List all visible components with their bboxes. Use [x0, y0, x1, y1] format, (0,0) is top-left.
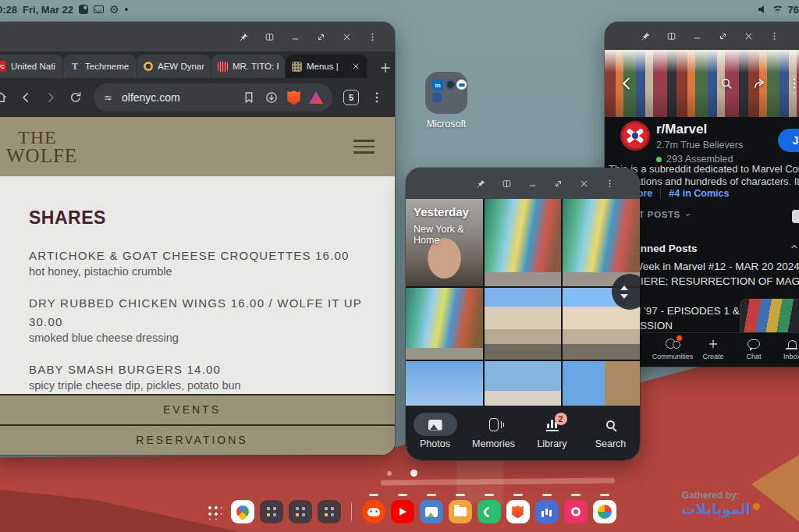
plus-icon: [707, 338, 719, 350]
nav-inbox[interactable]: Inbox: [769, 337, 799, 360]
photo-tile-mural[interactable]: [485, 199, 562, 286]
home-icon[interactable]: [0, 90, 8, 105]
bell-icon: [788, 340, 797, 348]
running-indicator: [513, 494, 523, 496]
more-icon[interactable]: [769, 31, 779, 41]
maximize-icon[interactable]: [553, 179, 563, 189]
bookmark-icon[interactable]: [242, 90, 256, 105]
gallery-app[interactable]: [420, 500, 443, 523]
events-button[interactable]: EVENTS: [0, 394, 395, 424]
menu-item-name: ARTICHOKE & GOAT CHEESE CROQUETTES 16.00: [29, 246, 364, 264]
nav-photos[interactable]: Photos: [406, 406, 464, 460]
notification-badge: [676, 335, 682, 341]
menu-item-desc: spicy triple cheese dip, pickles, potato…: [29, 379, 364, 392]
browser-window-titlebar[interactable]: [0, 22, 395, 51]
nav-search[interactable]: Search: [581, 406, 640, 460]
tab-close-icon[interactable]: [351, 62, 360, 71]
overflow-menu-icon[interactable]: [787, 76, 799, 90]
app-drawer-button[interactable]: [202, 500, 225, 523]
tab-menus-active[interactable]: Menus |: [286, 55, 367, 78]
maximize-icon[interactable]: [718, 31, 728, 41]
reddit-window-titlebar[interactable]: [605, 22, 799, 50]
app-folder[interactable]: [318, 500, 341, 523]
chevron-up-icon[interactable]: [789, 241, 799, 252]
close-icon[interactable]: [744, 31, 754, 41]
youtube-icon: [400, 508, 407, 516]
folder-mini-icons: [294, 505, 307, 518]
new-tab-icon[interactable]: [378, 61, 392, 75]
nav-memories[interactable]: Memories: [464, 406, 523, 460]
app-folder[interactable]: [260, 500, 283, 523]
date-overlay: Yesterday New York & Home: [414, 205, 483, 246]
minimize-icon[interactable]: [290, 32, 300, 42]
address-bar[interactable]: olfenyc.com: [94, 83, 332, 112]
back-icon[interactable]: [618, 75, 635, 92]
forward-icon[interactable]: [44, 90, 58, 105]
camera-app[interactable]: [564, 500, 588, 523]
phone-app[interactable]: [478, 500, 501, 523]
pin-icon[interactable]: [239, 32, 249, 42]
more-icon[interactable]: [605, 179, 615, 189]
app-folder[interactable]: [289, 500, 312, 523]
join-button[interactable]: Join: [778, 129, 799, 152]
minimize-icon[interactable]: [692, 31, 702, 41]
folder-icon[interactable]: in: [425, 72, 467, 114]
nav-communities[interactable]: Communities: [649, 337, 696, 360]
stats-app[interactable]: [535, 500, 559, 523]
status-bar[interactable]: 0:28 Fri, Mar 22 ⚙ 76: [0, 0, 799, 19]
url-text[interactable]: olfenyc.com: [122, 91, 233, 104]
running-indicator: [600, 494, 609, 496]
google-photos-app[interactable]: [593, 500, 616, 523]
split-screen-icon[interactable]: [502, 179, 512, 189]
tune-icon[interactable]: [103, 93, 113, 103]
tab-count-button[interactable]: 5: [343, 90, 359, 105]
brave-shield-icon[interactable]: [287, 90, 300, 105]
wifi-icon: [772, 5, 783, 14]
download-icon[interactable]: [265, 90, 279, 105]
site-logo[interactable]: THE WOLFE: [6, 129, 77, 164]
back-icon[interactable]: [19, 90, 33, 105]
hamburger-menu-icon[interactable]: [353, 140, 375, 154]
tab-techmeme[interactable]: T Techmeme: [63, 55, 137, 78]
app-drawer-icon: [206, 504, 222, 520]
photos-window-titlebar[interactable]: [406, 168, 640, 199]
search-icon: [606, 420, 615, 429]
folder-label: Microsoft: [421, 119, 471, 129]
close-icon[interactable]: [579, 179, 589, 189]
reddit-app[interactable]: [362, 500, 385, 523]
photo-tile-mural[interactable]: [406, 288, 483, 360]
share-icon[interactable]: [752, 76, 766, 90]
subreddit-avatar[interactable]: [620, 121, 650, 151]
close-icon[interactable]: [342, 32, 352, 42]
view-mode-icon[interactable]: [792, 210, 799, 223]
scrub-up-icon: [620, 286, 628, 290]
maximize-icon[interactable]: [316, 32, 326, 42]
search-icon[interactable]: [719, 76, 733, 90]
photo-tile-building[interactable]: [485, 288, 562, 360]
google-maps-app[interactable]: [231, 500, 254, 523]
my-files-app[interactable]: [449, 500, 472, 523]
pin-icon[interactable]: [476, 179, 486, 189]
nav-library[interactable]: 2 Library: [523, 406, 581, 460]
photo-tile-selfie[interactable]: Yesterday New York & Home: [406, 199, 483, 286]
brave-app[interactable]: [506, 500, 530, 523]
tab-united-nations[interactable]: PC United Nati: [0, 55, 62, 78]
microsoft-folder[interactable]: in Microsoft: [421, 72, 471, 129]
brave-rewards-icon[interactable]: [309, 91, 323, 104]
tab-mr-tito[interactable]: MR. TITO: F: [211, 55, 285, 78]
split-screen-icon[interactable]: [666, 31, 676, 41]
browser-window: PC United Nati T Techmeme AEW Dynam MR. …: [0, 22, 395, 455]
browser-menu-icon[interactable]: [370, 90, 384, 105]
reload-icon[interactable]: [69, 90, 83, 105]
pin-icon[interactable]: [641, 31, 651, 41]
nav-create[interactable]: Create: [690, 337, 737, 360]
youtube-app[interactable]: [391, 500, 414, 523]
running-indicator: [427, 494, 436, 496]
rank-link[interactable]: #4 in Comics: [669, 188, 729, 199]
more-icon[interactable]: [368, 32, 378, 42]
split-screen-icon[interactable]: [265, 32, 275, 42]
mute-icon: [758, 5, 768, 14]
minimize-icon[interactable]: [527, 179, 538, 189]
reservations-button[interactable]: RESERVATIONS: [0, 424, 395, 455]
tab-aew[interactable]: AEW Dynam: [137, 55, 211, 78]
